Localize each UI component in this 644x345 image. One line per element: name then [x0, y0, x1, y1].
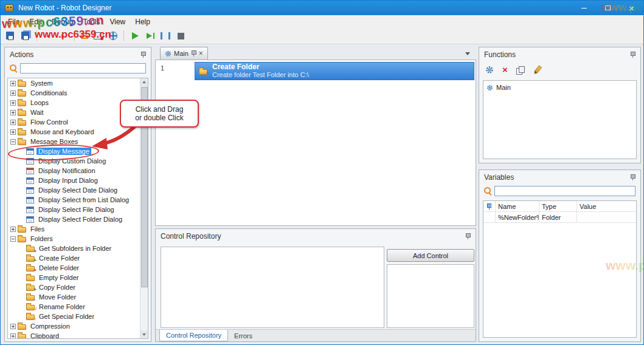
menu-item[interactable]: View	[105, 16, 130, 27]
tree-item-icon	[26, 187, 34, 194]
tree-item[interactable]: Display Select from List Dialog	[8, 195, 148, 205]
pin-column-icon	[486, 203, 492, 210]
expander-icon[interactable]	[10, 110, 16, 115]
function-item[interactable]: Main	[486, 83, 633, 92]
tree-item[interactable]: Clipboard	[8, 331, 148, 339]
cr-tab[interactable]: Control Repository	[159, 330, 228, 341]
close-button[interactable]: ×	[620, 1, 643, 15]
undo-icon[interactable]	[43, 31, 53, 41]
publish-globe-icon[interactable]	[109, 32, 117, 40]
save-icon[interactable]	[5, 31, 15, 41]
tree-item[interactable]: Empty Folder	[8, 273, 148, 282]
actions-search-input[interactable]	[20, 63, 146, 73]
scroll-down-icon[interactable]	[140, 330, 148, 338]
variable-row[interactable]: %NewFolder% Folder	[483, 212, 636, 223]
run-icon[interactable]	[130, 31, 140, 41]
expander-icon[interactable]	[10, 333, 16, 339]
variables-header: Variables	[479, 170, 640, 185]
tab-strip: Main ×	[155, 47, 476, 60]
tab-main[interactable]: Main ×	[160, 47, 208, 60]
tree-item[interactable]: Display Notification	[8, 166, 148, 176]
expander-icon[interactable]	[10, 81, 16, 86]
action-step-create-folder[interactable]: Create Folder Create folder Test Folder …	[195, 62, 474, 80]
tree-item-icon	[26, 256, 35, 262]
tree-item-icon	[26, 207, 34, 213]
tree-item[interactable]: Copy Folder	[8, 282, 148, 292]
copy-function-icon[interactable]	[516, 66, 524, 74]
pin-icon[interactable]	[465, 233, 471, 239]
variable-name: %NewFolder%	[496, 212, 539, 222]
actions-list-icon[interactable]	[81, 33, 88, 39]
pin-icon[interactable]	[630, 174, 635, 180]
expander-icon[interactable]	[10, 139, 16, 145]
expander-icon[interactable]	[10, 236, 16, 242]
tree-item[interactable]: Delete Folder	[8, 263, 148, 273]
tree-item-label: Clipboard	[29, 332, 61, 339]
tree-item[interactable]: Display Select Folder Dialog	[8, 214, 148, 224]
pin-icon[interactable]	[630, 52, 635, 58]
gear-icon	[165, 50, 171, 57]
delete-function-icon[interactable]: ×	[502, 66, 508, 74]
tree-item[interactable]: Create Folder	[8, 253, 148, 263]
tree-item-icon	[18, 237, 26, 242]
tab-list-dropdown-icon[interactable]	[465, 52, 470, 55]
variables-search-input[interactable]	[494, 186, 635, 196]
tree-item-icon	[18, 101, 26, 106]
pin-icon[interactable]	[140, 52, 146, 58]
add-function-icon[interactable]	[485, 66, 494, 74]
tab-label: Main	[174, 50, 189, 57]
column-value[interactable]: Value	[577, 201, 636, 211]
tree-item[interactable]: Get Special Folder	[8, 312, 148, 321]
tree-item[interactable]: Display Select Date Dialog	[8, 185, 148, 195]
tree-item[interactable]: Move Folder	[8, 292, 148, 302]
menu-item[interactable]: Tools	[78, 16, 105, 27]
menu-item[interactable]: Edit	[24, 16, 47, 27]
pause-icon[interactable]	[161, 31, 170, 41]
expander-icon[interactable]	[10, 91, 16, 96]
control-repository-list[interactable]	[161, 247, 384, 328]
minimize-button[interactable]	[572, 1, 596, 15]
add-control-button[interactable]: Add Control	[387, 249, 474, 262]
tree-item-icon	[26, 276, 35, 281]
expander-icon[interactable]	[10, 129, 16, 135]
expander-icon[interactable]	[10, 120, 16, 125]
tree-item[interactable]: Display Input Dialog	[8, 176, 148, 185]
expander-icon[interactable]	[10, 227, 16, 232]
tree-item[interactable]: Display Select File Dialog	[8, 205, 148, 214]
tree-item[interactable]: Conditionals	[8, 88, 148, 98]
redo-icon[interactable]	[58, 31, 68, 41]
tab-pin-icon[interactable]	[191, 50, 196, 56]
column-name[interactable]: Name	[496, 201, 539, 211]
tree-item-label: Display Select File Dialog	[36, 206, 116, 213]
tree-item[interactable]: System	[8, 78, 148, 88]
menu-item[interactable]: Debug	[47, 16, 78, 27]
expander-icon[interactable]	[10, 100, 16, 106]
expander-icon[interactable]	[10, 324, 16, 329]
rename-function-icon[interactable]	[533, 66, 541, 74]
scroll-up-icon[interactable]	[140, 78, 148, 86]
tab-close-icon[interactable]: ×	[199, 50, 203, 57]
function-label: Main	[496, 84, 511, 91]
tree-item-label: System	[29, 80, 55, 87]
cr-tab[interactable]: Errors	[228, 330, 258, 341]
menu-item[interactable]: File	[3, 16, 24, 27]
tree-item-icon	[26, 168, 34, 174]
tree-item-label: Compression	[29, 323, 72, 330]
toolbar-separator	[36, 30, 37, 41]
maximize-button[interactable]	[596, 1, 620, 15]
search-icon	[10, 64, 18, 72]
step-icon[interactable]	[145, 31, 155, 41]
script-editor[interactable]: 1 Create Folder Create folder Test Folde…	[155, 60, 476, 226]
toolbar	[1, 28, 643, 44]
tree-item[interactable]: Files	[8, 224, 148, 234]
actions-panel-title: Actions	[10, 50, 33, 59]
menu-item[interactable]: Help	[130, 16, 155, 27]
tree-item[interactable]: Compression	[8, 321, 148, 331]
record-icon[interactable]	[94, 31, 103, 41]
tree-item[interactable]: Get Subfolders in Folder	[8, 244, 148, 253]
stop-icon[interactable]	[176, 31, 185, 41]
column-type[interactable]: Type	[539, 201, 577, 211]
save-all-icon[interactable]	[21, 31, 30, 41]
tree-item[interactable]: Folders	[8, 234, 148, 244]
tree-item[interactable]: Rename Folder	[8, 302, 148, 312]
